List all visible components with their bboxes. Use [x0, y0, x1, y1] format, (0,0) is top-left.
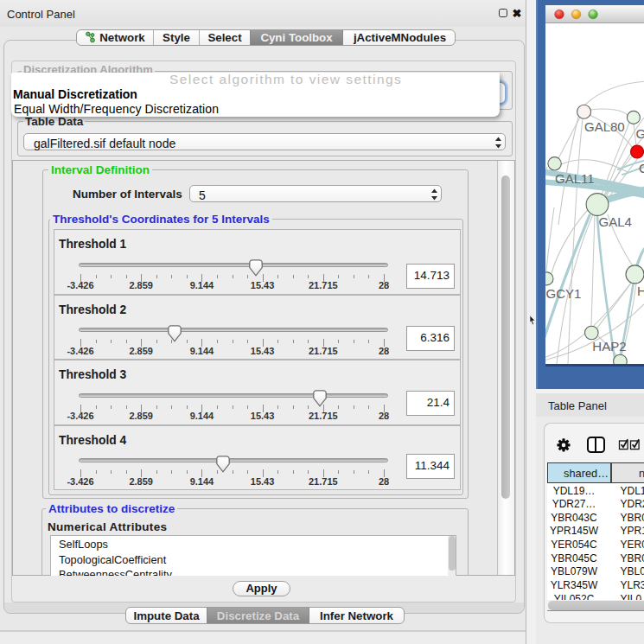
svg-text:GAL4: GAL4	[599, 214, 632, 229]
svg-text:GAL…: GAL…	[636, 126, 644, 141]
svg-text:GAL11: GAL11	[555, 171, 595, 186]
svg-text:H: H	[637, 284, 644, 298]
svg-text:HAP2: HAP2	[592, 339, 626, 354]
svg-text:GCY1: GCY1	[546, 286, 582, 301]
svg-text:GAL80: GAL80	[584, 119, 625, 134]
svg-text:C: C	[639, 161, 644, 175]
